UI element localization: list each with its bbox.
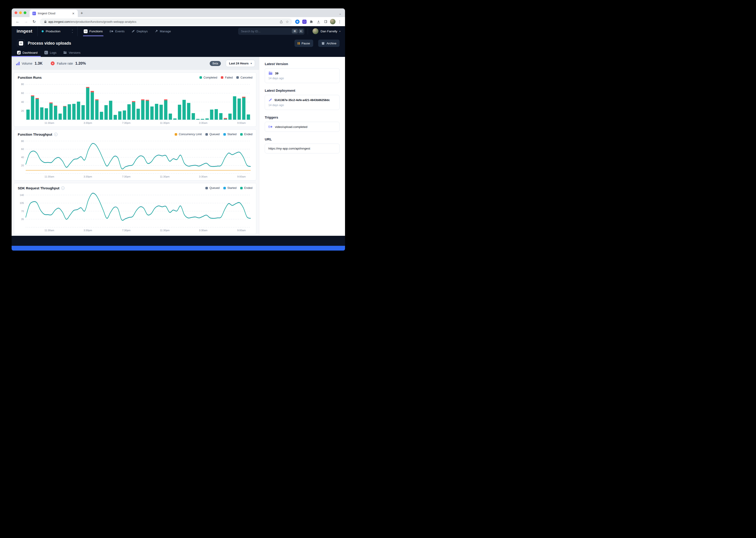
chart-title: Function Throughput — [18, 133, 52, 136]
legend-started: Started — [223, 133, 237, 136]
purple-extension-icon[interactable] — [301, 19, 307, 25]
function-runs-bar-chart: 2040608011:30am3:30pm7:30pm11:30pm3:30am… — [18, 81, 253, 125]
latest-deployment-value: 5141387e-35c2-4efe-a421-4843b86258dc — [274, 98, 330, 102]
svg-text:3:30am: 3:30am — [199, 175, 208, 178]
search-placeholder: Search by ID... — [241, 29, 291, 33]
url-path: /env/production/functions/growth-webapp-… — [70, 20, 136, 24]
triggers-heading: Triggers — [265, 115, 340, 119]
new-tab-button[interactable]: + — [78, 11, 86, 17]
extensions-puzzle-icon[interactable] — [308, 19, 314, 25]
download-icon[interactable] — [315, 19, 322, 25]
back-button[interactable]: ← — [14, 19, 22, 25]
url-text: app.inngest.com/env/production/functions… — [48, 20, 278, 24]
tab-search-chevron-icon[interactable]: ⌄ — [339, 12, 341, 15]
inngest-logo[interactable]: inngest — [12, 26, 37, 36]
svg-text:9:00am: 9:00am — [237, 122, 246, 124]
folder-icon — [268, 72, 273, 75]
svg-text:9:00am: 9:00am — [237, 229, 246, 232]
function-icon: <> — [17, 39, 25, 47]
canceled-swatch — [236, 76, 239, 79]
terminal-icon: >_ — [44, 51, 48, 54]
k-key-badge: K — [299, 29, 304, 33]
failure-icon: ✕ — [51, 61, 55, 65]
svg-text:3:30pm: 3:30pm — [83, 122, 92, 124]
archive-icon — [321, 42, 325, 45]
onepassword-extension-icon[interactable] — [294, 19, 301, 25]
browser-tab[interactable]: ••• Inngest Cloud ✕ — [29, 10, 78, 17]
latest-deployment-age: 14 days ago — [268, 104, 336, 107]
minimize-window-button[interactable] — [19, 11, 22, 14]
stats-bar: Volume 1.3K ✕ Failure rate 1.20% Beta La… — [12, 57, 259, 70]
chart-legend: Completed Failed Canceled — [200, 76, 253, 79]
tab-logs[interactable]: >_ Logs — [44, 51, 56, 57]
nav-item-deploys[interactable]: Deploys — [128, 26, 151, 36]
event-trigger-icon — [268, 125, 273, 129]
address-bar[interactable]: app.inngest.com/env/production/functions… — [40, 19, 292, 25]
svg-text:3:30pm: 3:30pm — [83, 229, 92, 232]
svg-text:80: 80 — [21, 83, 24, 85]
svg-text:60: 60 — [21, 148, 24, 150]
environment-selector[interactable]: Production ⌃⌄ — [37, 26, 77, 36]
svg-text:11:30pm: 11:30pm — [160, 175, 170, 178]
tab-close-icon[interactable]: ✕ — [71, 11, 75, 16]
main-column: Volume 1.3K ✕ Failure rate 1.20% Beta La… — [12, 57, 259, 236]
svg-text:11:30pm: 11:30pm — [160, 229, 170, 232]
latest-version-value: 39 — [275, 72, 278, 75]
latest-version-card: 39 14 days ago — [265, 68, 340, 83]
user-avatar — [312, 28, 318, 34]
function-tabs: Dashboard >_ Logs Versions — [17, 51, 340, 57]
time-range-dropdown[interactable]: Last 24 Hours ▾ — [226, 60, 255, 67]
browser-profile-avatar[interactable] — [330, 19, 336, 25]
triggers-card[interactable]: video/upload.completed — [265, 122, 340, 132]
tab-dashboard[interactable]: Dashboard — [17, 51, 37, 57]
svg-text:20: 20 — [21, 164, 24, 167]
rocket-icon — [131, 29, 135, 33]
zoom-window-button[interactable] — [24, 11, 26, 14]
svg-text:70: 70 — [21, 210, 24, 212]
nav-item-manage[interactable]: Manage — [152, 26, 174, 36]
svg-text:40: 40 — [21, 101, 24, 103]
window-controls — [12, 8, 29, 17]
browser-menu-icon[interactable]: ⋮ — [337, 19, 343, 25]
svg-text:11:30am: 11:30am — [45, 229, 54, 232]
latest-deployment-card[interactable]: 5141387e-35c2-4efe-a421-4843b86258dc 14 … — [265, 95, 340, 110]
archive-button[interactable]: Archive — [318, 40, 340, 47]
info-icon[interactable]: i — [54, 133, 58, 136]
tab-title: Inngest Cloud — [38, 12, 70, 15]
search-input[interactable]: Search by ID... ⌘ K — [238, 28, 305, 35]
legend-completed: Completed — [200, 76, 217, 79]
close-window-button[interactable] — [15, 11, 17, 14]
url-card[interactable]: https://my-app.com/api/inngest — [265, 143, 340, 153]
ended-swatch — [240, 133, 243, 135]
bookmark-star-icon[interactable]: ☆ — [284, 20, 290, 24]
nav-item-functions[interactable]: <> Functions — [81, 26, 106, 36]
sidebar-panel-icon[interactable] — [322, 19, 329, 25]
environment-status-dot — [42, 30, 44, 32]
browser-tab-strip: ••• Inngest Cloud ✕ + ⌄ — [12, 8, 345, 17]
info-icon[interactable]: i — [61, 187, 65, 190]
svg-text:3:30pm: 3:30pm — [83, 175, 92, 178]
folder-icon — [63, 51, 67, 54]
failure-rate-label: Failure rate — [57, 62, 73, 65]
charts-area: Function Runs Completed Failed Canceled … — [12, 70, 259, 236]
svg-text:3:30am: 3:30am — [199, 122, 208, 124]
bottom-dark-band — [12, 236, 345, 246]
svg-text:40: 40 — [21, 156, 24, 159]
events-icon — [110, 29, 114, 33]
legend-queued: Queued — [205, 133, 219, 136]
tab-versions[interactable]: Versions — [63, 51, 80, 57]
page-content: Volume 1.3K ✕ Failure rate 1.20% Beta La… — [12, 57, 345, 236]
latest-deployment-heading: Latest Deployment — [265, 88, 340, 92]
user-menu[interactable]: Dan Farrelly ▾ — [308, 26, 345, 36]
pause-button[interactable]: Pause — [295, 40, 313, 47]
svg-text:60: 60 — [21, 92, 24, 94]
reload-button[interactable]: ↻ — [31, 19, 37, 25]
share-icon[interactable] — [278, 20, 284, 24]
latest-version-age: 14 days ago — [268, 77, 336, 80]
svg-text:80: 80 — [21, 139, 24, 142]
chevron-down-icon: ▾ — [339, 30, 341, 32]
nav-item-events[interactable]: Events — [107, 26, 127, 36]
wrench-icon — [155, 29, 158, 33]
trigger-value: video/upload.completed — [275, 125, 307, 129]
forward-button[interactable]: → — [22, 19, 30, 25]
